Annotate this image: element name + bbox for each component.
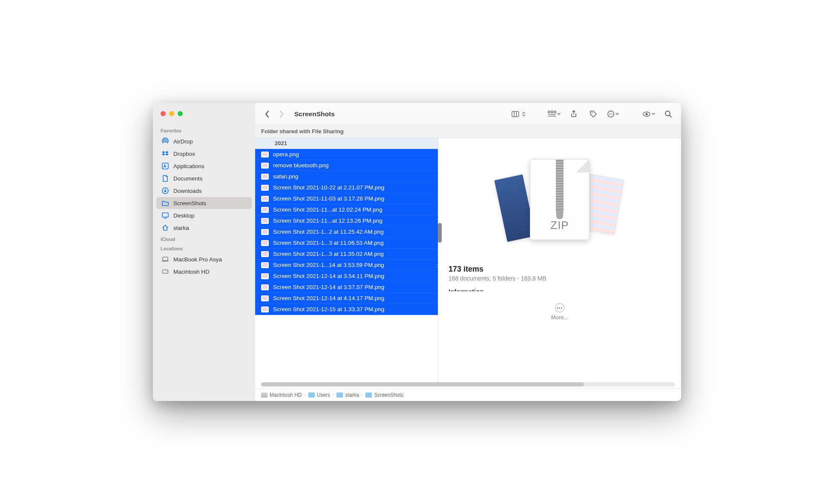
file-row[interactable]: safari.png (255, 171, 438, 182)
file-thumbnail-icon (261, 306, 269, 312)
path-segment[interactable]: Users (308, 392, 330, 398)
file-row[interactable]: opera.png (255, 149, 438, 160)
file-row[interactable]: Screen Shot 2021-11-03 at 3.17.28 PM.png (255, 193, 438, 204)
file-list[interactable]: opera.pngremove bluetooth.pngsafari.pngS… (255, 149, 438, 382)
tags-button[interactable] (587, 108, 600, 120)
desktop-icon (161, 212, 169, 219)
preview-graphic: ZIP (449, 151, 671, 253)
file-row[interactable]: Screen Shot 2021-1...3 at 11.35.02 AM.pn… (255, 249, 438, 260)
forward-button[interactable] (276, 108, 288, 120)
sidebar-item-label: Dropbox (173, 151, 195, 157)
back-button[interactable] (261, 108, 273, 120)
sidebar-section-title: Locations (153, 243, 255, 253)
file-row[interactable]: Screen Shot 2021-1...2 at 11.25.42 AM.pn… (255, 226, 438, 238)
close-window-button[interactable] (161, 111, 166, 116)
path-bar: Macintosh HD›Users›starka›ScreenShots (255, 388, 681, 401)
file-name: Screen Shot 2021-1...14 at 3.53.59 PM.pn… (273, 262, 384, 268)
zip-label: ZIP (550, 219, 569, 232)
view-mode-button[interactable] (512, 108, 525, 120)
selection-count: 173 items (449, 265, 671, 274)
sidebar-item-airdrop[interactable]: AirDrop (156, 135, 252, 147)
file-row[interactable]: remove bluetooth.png (255, 160, 438, 171)
file-thumbnail-icon (261, 273, 269, 279)
window-title: ScreenShots (294, 110, 335, 118)
preview-pane: ZIP 173 items 168 documents, 5 folders -… (438, 138, 681, 382)
minimize-window-button[interactable] (169, 111, 174, 116)
group-header[interactable]: 2021 (255, 138, 438, 149)
path-segment-label: starka (345, 392, 359, 398)
path-segment[interactable]: ScreenShots (365, 392, 403, 398)
file-row[interactable]: Screen Shot 2021-12-14 at 3.57.57 PM.png (255, 282, 438, 293)
path-segment[interactable]: Macintosh HD (261, 392, 302, 398)
file-row[interactable]: Screen Shot 2021-11...at 12.13.26 PM.png (255, 215, 438, 226)
path-segment-label: ScreenShots (374, 392, 403, 398)
file-row[interactable]: Screen Shot 2021-1...3 at 11.06.53 AM.pn… (255, 238, 438, 249)
sidebar-section-title: Favorites (153, 126, 255, 135)
horizontal-scrollbar-thumb[interactable] (261, 382, 584, 387)
svg-point-19 (609, 114, 610, 115)
sidebar-item-desktop[interactable]: Desktop (156, 209, 252, 221)
svg-point-23 (646, 113, 648, 115)
file-name: Screen Shot 2021-12-14 at 3.54.11 PM.png (273, 273, 384, 279)
column-resize-handle[interactable] (437, 260, 439, 271)
action-button[interactable] (606, 108, 620, 120)
home-icon (161, 224, 169, 232)
file-name: Screen Shot 2021-12-14 at 3.57.57 PM.png (273, 284, 384, 290)
folder-icon (365, 392, 372, 398)
sidebar-item-documents[interactable]: Documents (156, 172, 252, 184)
file-thumbnail-icon (261, 196, 269, 202)
selection-details: 168 documents, 5 folders - 169.8 MB (449, 275, 671, 282)
file-name: Screen Shot 2021-10-22 at 2.21.07 PM.png (273, 184, 384, 191)
svg-rect-12 (548, 111, 550, 113)
information-heading: Information (449, 288, 671, 291)
sidebar-item-label: AirDrop (173, 138, 193, 145)
sidebar-item-dropbox[interactable]: Dropbox (156, 148, 252, 160)
folder-icon (336, 392, 343, 398)
sidebar-item-downloads[interactable]: Downloads (156, 185, 252, 197)
svg-rect-5 (163, 257, 168, 261)
file-thumbnail-icon (261, 207, 269, 213)
file-row[interactable]: Screen Shot 2021-11...at 12.02.24 PM.png (255, 204, 438, 215)
file-row[interactable]: Screen Shot 2021-12-14 at 4.14.17 PM.png (255, 293, 438, 304)
sidebar-item-label: Macintosh HD (173, 269, 210, 275)
file-thumbnail-icon (261, 218, 269, 224)
file-row[interactable]: Screen Shot 2021-12-14 at 3.54.11 PM.png (255, 271, 438, 282)
file-row[interactable]: Screen Shot 2021-1...14 at 3.53.59 PM.pn… (255, 260, 438, 271)
svg-rect-9 (512, 111, 519, 116)
file-thumbnail-icon (261, 295, 269, 301)
dropbox-icon (161, 150, 169, 158)
search-button[interactable] (661, 108, 675, 120)
group-button[interactable] (547, 108, 561, 120)
laptop-icon (161, 255, 169, 263)
file-row[interactable]: Screen Shot 2021-12-15 at 1.33.37 PM.png (255, 304, 438, 315)
file-name: Screen Shot 2021-12-15 at 1.33.37 PM.png (273, 306, 384, 312)
sidebar-item-macbook-pro-asya[interactable]: MacBook Pro Asya (156, 253, 252, 265)
svg-rect-13 (551, 111, 553, 113)
sidebar-item-applications[interactable]: Applications (156, 160, 252, 172)
file-row[interactable]: Screen Shot 2021-10-22 at 2.21.07 PM.png (255, 182, 438, 193)
file-name: safari.png (273, 173, 298, 180)
file-name: Screen Shot 2021-11...at 12.13.26 PM.png (273, 218, 382, 224)
horizontal-scrollbar[interactable] (261, 382, 675, 387)
documents-icon (161, 175, 169, 182)
sidebar-item-starka[interactable]: starka (156, 222, 252, 234)
file-name: Screen Shot 2021-12-14 at 4.14.17 PM.png (273, 295, 384, 301)
file-thumbnail-icon (261, 262, 269, 268)
svg-rect-14 (554, 111, 556, 113)
sidebar: FavoritesAirDropDropboxApplicationsDocum… (153, 103, 255, 401)
svg-point-21 (612, 114, 613, 115)
content-area: 2021 opera.pngremove bluetooth.pngsafari… (255, 138, 681, 382)
svg-line-25 (670, 115, 671, 117)
zoom-window-button[interactable] (178, 111, 183, 116)
sidebar-item-screenshots[interactable]: ScreenShots (156, 197, 252, 209)
window-controls (153, 109, 255, 126)
sidebar-item-macintosh-hd[interactable]: Macintosh HD (156, 266, 252, 278)
share-button[interactable] (567, 108, 581, 120)
sidebar-item-label: starka (173, 225, 189, 231)
more-icon: ••• (555, 303, 564, 312)
scrollbar-thumb[interactable] (438, 223, 442, 243)
more-button[interactable]: ••• More... (551, 303, 568, 321)
preview-options-button[interactable] (642, 108, 656, 120)
sidebar-item-label: MacBook Pro Asya (173, 256, 222, 263)
path-segment[interactable]: starka (336, 392, 359, 398)
